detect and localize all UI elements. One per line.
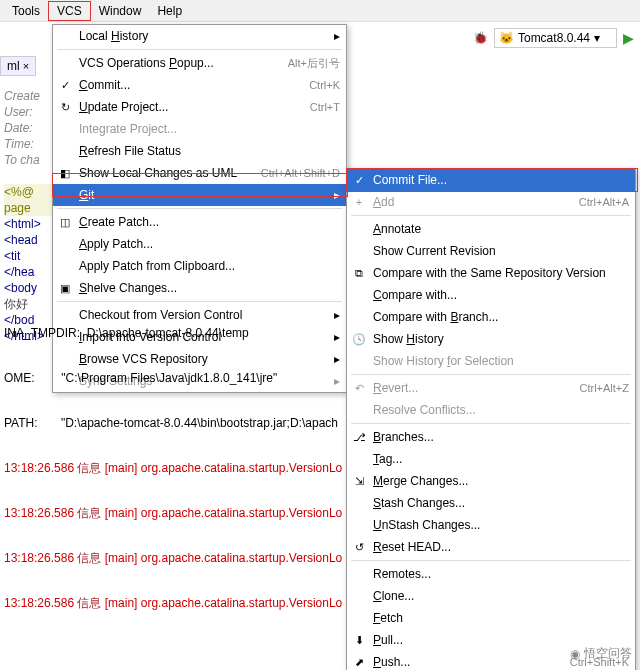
tomcat-icon: 🐱 [499, 31, 514, 45]
git-submenu-item-commit-file[interactable]: ✓Commit File... [347, 169, 635, 191]
menu-item-icon: ↻ [57, 99, 73, 115]
vcs-menu-item-apply-patch-from-clipboard[interactable]: Apply Patch from Clipboard... [53, 255, 346, 277]
menu-item-label: Local History [79, 29, 324, 43]
vcs-menu-item-commit[interactable]: ✓Commit...Ctrl+K [53, 74, 346, 96]
git-submenu-item-compare-with-the-same-repository-version[interactable]: ⧉Compare with the Same Repository Versio… [347, 262, 635, 284]
menu-item-icon [57, 236, 73, 252]
git-submenu-item-annotate[interactable]: Annotate [347, 218, 635, 240]
vcs-menu-item-integrate-project: Integrate Project... [53, 118, 346, 140]
menu-item-label: Annotate [373, 222, 629, 236]
menu-item-label: Commit... [79, 78, 303, 92]
menu-item-icon [57, 258, 73, 274]
bug-icon[interactable]: 🐞 [473, 31, 488, 45]
menu-item-icon: ◧ [57, 165, 73, 181]
vcs-menu-item-local-history[interactable]: Local History▸ [53, 25, 346, 47]
run-config-dropdown[interactable]: 🐱 Tomcat8.0.44 ▾ [494, 28, 617, 48]
menu-item-label: Push... [373, 655, 564, 669]
watermark: ◉ 悟空问答 [570, 645, 632, 662]
menu-vcs[interactable]: VCS [48, 1, 91, 21]
vcs-menu-item-update-project[interactable]: ↻Update Project...Ctrl+T [53, 96, 346, 118]
menu-item-icon [57, 187, 73, 203]
menu-tools[interactable]: Tools [4, 2, 48, 20]
menu-item-icon: ✓ [351, 172, 367, 188]
menu-item-icon [57, 121, 73, 137]
menu-item-icon [57, 28, 73, 44]
git-submenu-item-add: +AddCtrl+Alt+A [347, 191, 635, 213]
menu-item-label: Integrate Project... [79, 122, 340, 136]
console: INA_TMPDIR: D:\apache-tomcat-8.0.44\temp… [0, 292, 640, 630]
menu-item-icon: + [351, 194, 367, 210]
menubar: Tools VCS Window Help [0, 0, 640, 22]
menu-window[interactable]: Window [91, 2, 150, 20]
vcs-menu-separator [57, 208, 342, 209]
menu-item-label: Refresh File Status [79, 144, 340, 158]
toolbar-right: 🐞 🐱 Tomcat8.0.44 ▾ ▶ [473, 28, 634, 48]
menu-item-shortcut: Ctrl+K [309, 79, 340, 91]
vcs-menu-item-refresh-file-status[interactable]: Refresh File Status [53, 140, 346, 162]
dropdown-arrow-icon: ▾ [594, 31, 600, 45]
submenu-arrow-icon: ▸ [330, 29, 340, 43]
menu-item-icon [351, 221, 367, 237]
menu-item-shortcut: Ctrl+Alt+Shift+D [261, 167, 340, 179]
submenu-arrow-icon: ▸ [330, 188, 340, 202]
git-submenu-item-show-current-revision[interactable]: Show Current Revision [347, 240, 635, 262]
menu-item-icon: ⬇ [351, 632, 367, 648]
menu-item-icon: ⬈ [351, 654, 367, 670]
menu-item-icon [351, 243, 367, 259]
menu-item-label: Compare with the Same Repository Version [373, 266, 629, 280]
menu-item-label: Commit File... [373, 173, 629, 187]
vcs-menu-item-show-local-changes-as-uml[interactable]: ◧Show Local Changes as UMLCtrl+Alt+Shift… [53, 162, 346, 184]
menu-item-icon: ⧉ [351, 265, 367, 281]
menu-item-shortcut: Alt+后引号 [288, 56, 340, 71]
menu-item-label: VCS Operations Popup... [79, 56, 282, 70]
menu-item-label: Git [79, 188, 324, 202]
vcs-menu-separator [57, 49, 342, 50]
menu-item-label: Apply Patch from Clipboard... [79, 259, 340, 273]
vcs-menu-item-git[interactable]: Git▸ [53, 184, 346, 206]
menu-item-label: Show Current Revision [373, 244, 629, 258]
git-submenu-separator [351, 215, 631, 216]
vcs-menu-item-apply-patch[interactable]: Apply Patch... [53, 233, 346, 255]
menu-help[interactable]: Help [149, 2, 190, 20]
menu-item-icon: ✓ [57, 77, 73, 93]
run-config-label: Tomcat8.0.44 [518, 31, 590, 45]
menu-item-icon [57, 55, 73, 71]
menu-item-icon: ◫ [57, 214, 73, 230]
menu-item-label: Update Project... [79, 100, 304, 114]
vcs-menu-item-create-patch[interactable]: ◫Create Patch... [53, 211, 346, 233]
menu-item-label: Apply Patch... [79, 237, 340, 251]
menu-item-label: Show Local Changes as UML [79, 166, 255, 180]
menu-item-label: Add [373, 195, 573, 209]
vcs-menu-item-vcs-operations-popup[interactable]: VCS Operations Popup...Alt+后引号 [53, 52, 346, 74]
menu-item-shortcut: Ctrl+Alt+A [579, 196, 629, 208]
menu-item-icon [57, 143, 73, 159]
watermark-icon: ◉ [570, 647, 580, 661]
run-button[interactable]: ▶ [623, 30, 634, 46]
menu-item-shortcut: Ctrl+T [310, 101, 340, 113]
menu-item-label: Create Patch... [79, 215, 340, 229]
